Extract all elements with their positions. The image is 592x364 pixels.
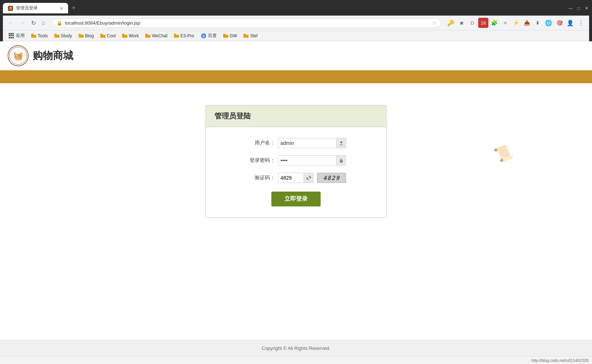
- username-label: 用户名：: [246, 140, 275, 146]
- toolbar-right: 🔑 ★ D 16 🧩 ✕ ⚡ 📥 ⬇ 🌐 🎯 👤 ⋮: [446, 18, 586, 28]
- svg-text:百: 百: [202, 35, 205, 38]
- extension-btn7[interactable]: ⬇: [533, 18, 543, 28]
- apps-bookmark[interactable]: 应用: [6, 32, 28, 40]
- tab-bar: 图 管理员登录 × +: [3, 3, 79, 13]
- bookmark-work-label: Work: [129, 33, 139, 38]
- tab-close-button[interactable]: ×: [60, 5, 63, 11]
- svg-rect-13: [174, 34, 176, 35]
- bookmarks-bar: 应用 Tools Study Blog Cool Work WeChat E3: [3, 30, 589, 41]
- svg-rect-5: [79, 34, 81, 35]
- folder-icon: [122, 34, 127, 38]
- back-button[interactable]: ←: [6, 18, 16, 28]
- main-area: 管理员登陆 用户名： 登录密码：: [0, 83, 592, 340]
- extension-btn5[interactable]: ⚡: [511, 18, 521, 28]
- bookmark-cool-label: Cool: [107, 33, 116, 38]
- decorative-scroll: 📜: [492, 142, 514, 164]
- extension-btn6[interactable]: 📥: [522, 18, 532, 28]
- folder-icon: [100, 34, 105, 38]
- bookmark-gw[interactable]: GW: [220, 32, 240, 39]
- extension-btn1[interactable]: D: [467, 18, 478, 28]
- star-icon[interactable]: ☆: [432, 20, 437, 26]
- key-icon-btn[interactable]: 🔑: [446, 18, 456, 28]
- captcha-image[interactable]: 4829: [317, 173, 346, 183]
- svg-rect-12: [174, 35, 179, 38]
- extension-btn2[interactable]: 16: [478, 18, 488, 28]
- site-logo: 🧺: [7, 45, 29, 67]
- site-header: 🧺 购物商城: [0, 41, 592, 70]
- folder-icon: [223, 34, 228, 38]
- svg-rect-6: [100, 35, 105, 38]
- bookmark-slef[interactable]: Slef: [241, 32, 260, 39]
- bookmark-gw-label: GW: [230, 33, 237, 38]
- bookmark-study[interactable]: Study: [51, 32, 75, 39]
- maximize-button[interactable]: □: [576, 6, 581, 11]
- reload-button[interactable]: ↻: [29, 18, 38, 28]
- password-row: 登录密码：: [220, 155, 372, 166]
- folder-icon: [243, 34, 249, 38]
- lock-icon: 🔒: [57, 20, 62, 26]
- svg-text:🧺: 🧺: [13, 51, 24, 61]
- bookmark-work[interactable]: Work: [119, 32, 142, 39]
- username-icon-btn[interactable]: [336, 138, 346, 148]
- orange-banner: [0, 70, 592, 83]
- username-row: 用户名：: [220, 138, 372, 148]
- login-card-header: 管理员登陆: [206, 105, 386, 127]
- active-tab[interactable]: 图 管理员登录 ×: [3, 3, 68, 13]
- refresh-icon: [306, 175, 311, 180]
- captcha-refresh-btn[interactable]: [304, 173, 313, 183]
- svg-rect-19: [243, 34, 246, 35]
- address-bar[interactable]: 🔒 ☆: [52, 18, 441, 28]
- globe-icon-btn[interactable]: 🌐: [543, 18, 554, 28]
- svg-rect-17: [223, 34, 225, 35]
- folder-icon: [174, 34, 179, 38]
- password-icon-btn[interactable]: [336, 156, 346, 165]
- captcha-input[interactable]: [278, 173, 304, 183]
- svg-rect-9: [122, 34, 124, 35]
- svg-rect-10: [145, 35, 150, 38]
- svg-rect-7: [100, 34, 103, 35]
- address-input[interactable]: [65, 20, 429, 26]
- bookmark-blog[interactable]: Blog: [76, 32, 97, 39]
- person-icon: [339, 141, 344, 146]
- profile-btn[interactable]: 👤: [565, 18, 575, 28]
- password-input-wrap: [278, 155, 346, 166]
- login-card-title: 管理员登陆: [214, 111, 378, 121]
- tab-title: 管理员登录: [16, 5, 38, 11]
- forward-button[interactable]: →: [17, 18, 28, 28]
- bookmark-slef-label: Slef: [250, 33, 258, 38]
- folder-icon: [79, 34, 84, 38]
- window-controls: — □ ✕: [568, 6, 589, 11]
- bookmark-e3pro[interactable]: E3-Pro: [171, 32, 197, 39]
- bookmark-baidu[interactable]: 百 百度: [198, 32, 220, 40]
- extension-btn8[interactable]: 🎯: [554, 18, 564, 28]
- captcha-input-wrap: [278, 173, 313, 183]
- close-window-button[interactable]: ✕: [584, 6, 589, 11]
- folder-icon: [145, 34, 150, 38]
- username-input[interactable]: [278, 138, 336, 148]
- browser-toolbar: ← → ↻ ⌂ 🔒 ☆ 🔑 ★ D 16 🧩 ✕ ⚡ 📥 ⬇ 🌐 🎯 👤 ⋮: [3, 16, 589, 30]
- bookmark-study-label: Study: [61, 33, 72, 38]
- bookmark-tools[interactable]: Tools: [28, 32, 51, 39]
- bookmark-cool[interactable]: Cool: [97, 32, 119, 39]
- home-button[interactable]: ⌂: [39, 18, 47, 28]
- password-input[interactable]: [278, 156, 336, 165]
- captcha-label: 验证码：: [246, 175, 275, 181]
- baidu-icon: 百: [201, 33, 207, 39]
- page-content: 🧺 购物商城 管理员登陆 用户名：: [0, 41, 592, 356]
- bookmark-baidu-label: 百度: [208, 33, 217, 39]
- svg-rect-0: [31, 35, 36, 38]
- svg-rect-4: [79, 35, 84, 38]
- minimize-button[interactable]: —: [568, 6, 573, 11]
- extension-btn4[interactable]: ✕: [500, 18, 510, 28]
- submit-button[interactable]: 立即登录: [271, 192, 321, 206]
- svg-rect-1: [31, 34, 33, 35]
- bookmark-e3pro-label: E3-Pro: [180, 33, 194, 38]
- menu-btn[interactable]: ⋮: [576, 18, 586, 28]
- site-footer: Copyright © All Rights Reserved.: [0, 340, 592, 356]
- bookmark-star-btn[interactable]: ★: [456, 18, 467, 28]
- bookmark-blog-label: Blog: [85, 33, 94, 38]
- extension-btn3[interactable]: 🧩: [489, 18, 499, 28]
- bookmark-wechat[interactable]: WeChat: [142, 32, 170, 39]
- new-tab-button[interactable]: +: [68, 3, 79, 13]
- folder-icon: [31, 34, 36, 38]
